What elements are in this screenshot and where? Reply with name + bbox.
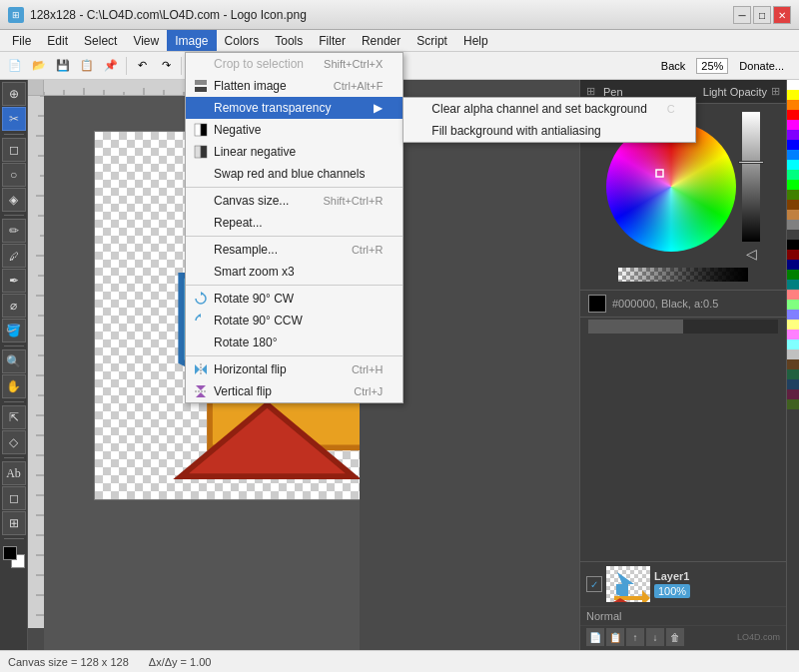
back-button[interactable]: Back — [654, 55, 692, 77]
maximize-button[interactable]: □ — [753, 6, 771, 24]
tool-fill[interactable]: 🪣 — [2, 319, 26, 342]
tool-move[interactable]: ⇱ — [2, 405, 26, 429]
donate-button[interactable]: Donate... — [732, 55, 791, 77]
palette-white[interactable] — [787, 80, 799, 90]
menu-rotate-ccw[interactable]: Rotate 90° CCW — [186, 310, 402, 332]
layer-move-down-button[interactable]: ↓ — [646, 628, 664, 646]
opacity-slider[interactable] — [618, 268, 748, 282]
palette-green[interactable] — [787, 180, 799, 190]
tool-ellipse[interactable]: ○ — [2, 163, 26, 187]
palette-dark-gray[interactable] — [787, 230, 799, 240]
menu-tools[interactable]: Tools — [267, 30, 311, 51]
palette-light-green[interactable] — [787, 300, 799, 310]
menu-flatten[interactable]: Flatten image Ctrl+Alt+F — [186, 75, 402, 97]
alpha-bar[interactable] — [588, 320, 778, 334]
layer-new-button[interactable]: 📄 — [586, 628, 604, 646]
current-color-swatch[interactable] — [588, 295, 606, 313]
layer-thumbnail[interactable] — [606, 566, 650, 602]
palette-maroon[interactable] — [787, 389, 799, 399]
menu-edit[interactable]: Edit — [39, 30, 76, 51]
menu-select[interactable]: Select — [76, 30, 125, 51]
menu-canvas-size[interactable]: Canvas size... Shift+Ctrl+R — [186, 190, 402, 212]
tool-rect[interactable]: ◻ — [2, 138, 26, 162]
palette-tan[interactable] — [787, 210, 799, 220]
palette-dark-green[interactable] — [787, 190, 799, 200]
palette-light-magenta[interactable] — [787, 330, 799, 339]
palette-cyan[interactable] — [787, 160, 799, 170]
menu-view[interactable]: View — [125, 30, 167, 51]
palette-light-yellow[interactable] — [787, 320, 799, 330]
palette-olive[interactable] — [787, 399, 799, 409]
menu-smart-zoom[interactable]: Smart zoom x3 — [186, 261, 402, 283]
palette-dark-navy[interactable] — [787, 379, 799, 389]
tool-hand[interactable]: ✋ — [2, 374, 26, 398]
tool-zoom[interactable]: 🔍 — [2, 349, 26, 373]
redo-button[interactable]: ↷ — [155, 55, 177, 77]
palette-light-cyan[interactable] — [787, 339, 799, 349]
minimize-button[interactable]: ─ — [733, 6, 751, 24]
palette-navy[interactable] — [787, 260, 799, 270]
palette-light-blue[interactable] — [787, 150, 799, 160]
save-button[interactable]: 💾 — [52, 55, 74, 77]
tool-pen[interactable]: ✒ — [2, 269, 26, 293]
menu-render[interactable]: Render — [354, 30, 408, 51]
layer-move-up-button[interactable]: ↑ — [626, 628, 644, 646]
value-slider[interactable] — [742, 112, 760, 242]
tool-pencil[interactable]: ✏ — [2, 219, 26, 243]
menu-vflip[interactable]: Vertical flip Ctrl+J — [186, 380, 402, 402]
layer-copy-button[interactable]: 📋 — [606, 628, 624, 646]
tool-eraser[interactable]: ⌀ — [2, 294, 26, 318]
menu-image[interactable]: Image — [167, 30, 216, 51]
copy-button[interactable]: 📋 — [76, 55, 98, 77]
palette-teal[interactable] — [787, 280, 799, 290]
palette-gray[interactable] — [787, 220, 799, 230]
palette-brown[interactable] — [787, 200, 799, 210]
undo-button[interactable]: ↶ — [131, 55, 153, 77]
menu-resample[interactable]: Resample... Ctrl+R — [186, 239, 402, 261]
menu-remove-transparency[interactable]: Remove transparency ▶ Clear alpha channe… — [186, 97, 402, 119]
layer-visibility[interactable]: ✓ — [586, 576, 602, 592]
menu-repeat[interactable]: Repeat... — [186, 212, 402, 234]
tool-brush[interactable]: 🖊 — [2, 244, 26, 268]
new-button[interactable]: 📄 — [4, 55, 26, 77]
palette-orange[interactable] — [787, 100, 799, 110]
menu-help[interactable]: Help — [455, 30, 496, 51]
value-arrow[interactable]: ◁ — [746, 246, 757, 262]
close-button[interactable]: ✕ — [773, 6, 791, 24]
tool-rect2[interactable]: ◻ — [2, 486, 26, 510]
palette-violet[interactable] — [787, 130, 799, 140]
menu-crop[interactable]: Crop to selection Shift+Ctrl+X — [186, 53, 402, 75]
palette-magenta[interactable] — [787, 120, 799, 130]
palette-silver[interactable] — [787, 349, 799, 359]
menu-file[interactable]: File — [4, 30, 39, 51]
palette-blue[interactable] — [787, 140, 799, 150]
menu-fill-bg[interactable]: Fill background with antialiasing — [403, 120, 694, 142]
menu-linear-negative[interactable]: Linear negative — [186, 141, 402, 163]
palette-emerald[interactable] — [787, 369, 799, 379]
palette-dark-red[interactable] — [787, 250, 799, 260]
menu-rotate-cw[interactable]: Rotate 90° CW — [186, 288, 402, 310]
menu-swap-rgb[interactable]: Swap red and blue channels — [186, 163, 402, 185]
menu-filter[interactable]: Filter — [311, 30, 354, 51]
tool-pointer[interactable]: ⊕ — [2, 82, 26, 106]
tool-grid[interactable]: ⊞ — [2, 511, 26, 535]
menu-colors[interactable]: Colors — [217, 30, 268, 51]
menu-rotate-180[interactable]: Rotate 180° — [186, 332, 402, 353]
palette-lavender[interactable] — [787, 310, 799, 320]
tool-path[interactable]: ◇ — [2, 430, 26, 454]
menu-negative[interactable]: Negative — [186, 119, 402, 141]
palette-yellow[interactable] — [787, 90, 799, 100]
palette-black[interactable] — [787, 240, 799, 250]
open-button[interactable]: 📂 — [28, 55, 50, 77]
bg-color-swatch[interactable] — [3, 546, 17, 560]
layer-delete-button[interactable]: 🗑 — [666, 628, 684, 646]
menu-hflip[interactable]: Horizontal flip Ctrl+H — [186, 358, 402, 380]
menu-clear-alpha[interactable]: Clear alpha channel and set background C — [403, 98, 694, 120]
tool-text[interactable]: Ab — [2, 461, 26, 485]
palette-mint[interactable] — [787, 170, 799, 180]
menu-script[interactable]: Script — [408, 30, 455, 51]
tool-lasso[interactable]: ◈ — [2, 188, 26, 212]
paste-button[interactable]: 📌 — [100, 55, 122, 77]
tool-select[interactable]: ✂ — [2, 107, 26, 131]
palette-pink[interactable] — [787, 290, 799, 300]
